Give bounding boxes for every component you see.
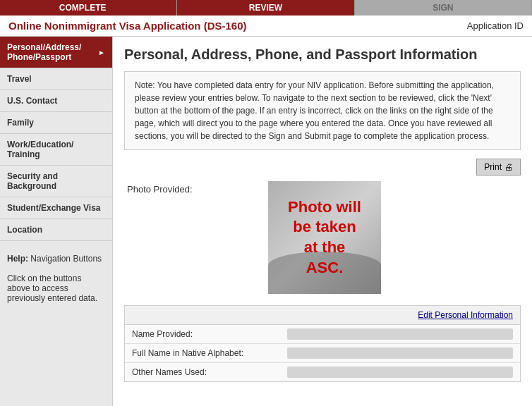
app-header: Online Nonimmigrant Visa Application (DS… [0,16,532,37]
sidebar: Personal/Address/Phone/Passport ► Travel… [0,37,113,406]
chevron-right-icon: ► [98,49,105,56]
edit-personal-info-link[interactable]: Edit Personal Information [418,310,513,320]
content-area: Personal, Address, Phone, and Passport I… [113,37,532,406]
sidebar-item-us-contact-label: U.S. Contact [7,96,57,106]
sidebar-help: Help: Navigation Buttons Click on the bu… [0,247,112,310]
table-row: Other Names Used: [125,363,520,381]
sidebar-item-travel-label: Travel [7,74,32,84]
photo-text: Photo will be taken at the ASC. [288,197,361,278]
info-section: Edit Personal Information Name Provided:… [124,305,521,382]
name-provided-label: Name Provided: [132,329,287,339]
step-review[interactable]: REVIEW [177,0,354,16]
help-title: Navigation Buttons [30,254,102,264]
sidebar-item-travel[interactable]: Travel [0,68,112,90]
print-area: Print 🖨 [124,159,521,176]
info-header: Edit Personal Information [125,306,520,325]
note-box: Note: You have completed data entry for … [124,71,521,150]
print-button[interactable]: Print 🖨 [476,159,521,176]
sidebar-item-us-contact[interactable]: U.S. Contact [0,90,112,112]
native-alphabet-value [287,347,513,359]
sidebar-item-family[interactable]: Family [0,112,112,134]
sidebar-item-student[interactable]: Student/Exchange Visa [0,197,112,219]
table-row: Name Provided: [125,325,520,344]
step-complete[interactable]: COMPLETE [0,0,177,16]
other-names-label: Other Names Used: [132,367,287,377]
page-title: Personal, Address, Phone, and Passport I… [124,47,521,63]
table-row: Full Name in Native Alphabet: [125,344,520,363]
main-layout: Personal/Address/Phone/Passport ► Travel… [0,37,532,406]
sidebar-item-personal[interactable]: Personal/Address/Phone/Passport ► [0,37,112,68]
photo-label: Photo Provided: [127,181,268,195]
print-label: Print [484,162,502,172]
native-alphabet-label: Full Name in Native Alphabet: [132,348,287,358]
progress-bar: COMPLETE REVIEW SIGN [0,0,532,16]
step-arrow [109,0,118,16]
photo-placeholder: Photo will be taken at the ASC. [268,181,381,294]
print-icon: 🖨 [504,162,513,172]
name-provided-value [287,328,513,340]
sidebar-item-personal-label: Personal/Address/Phone/Passport [7,42,81,62]
step-sign[interactable]: SIGN [355,0,532,16]
sidebar-item-student-label: Student/Exchange Visa [7,203,101,213]
sidebar-item-work-label: Work/Education/Training [7,140,73,159]
sidebar-item-security-label: Security andBackground [7,171,58,191]
sidebar-item-location-label: Location [7,225,42,235]
sidebar-item-security[interactable]: Security andBackground [0,166,112,197]
app-title: Online Nonimmigrant Visa Application (DS… [8,20,247,32]
help-label: Help: [7,254,28,264]
sidebar-item-location[interactable]: Location [0,219,112,241]
other-names-value [287,367,513,378]
app-id-label: Application ID [467,20,524,31]
sidebar-item-work[interactable]: Work/Education/Training [0,134,112,166]
sidebar-item-family-label: Family [7,118,34,128]
photo-section: Photo Provided: Photo will be taken at t… [124,181,521,294]
help-text: Click on the buttons above to access pre… [7,273,97,303]
